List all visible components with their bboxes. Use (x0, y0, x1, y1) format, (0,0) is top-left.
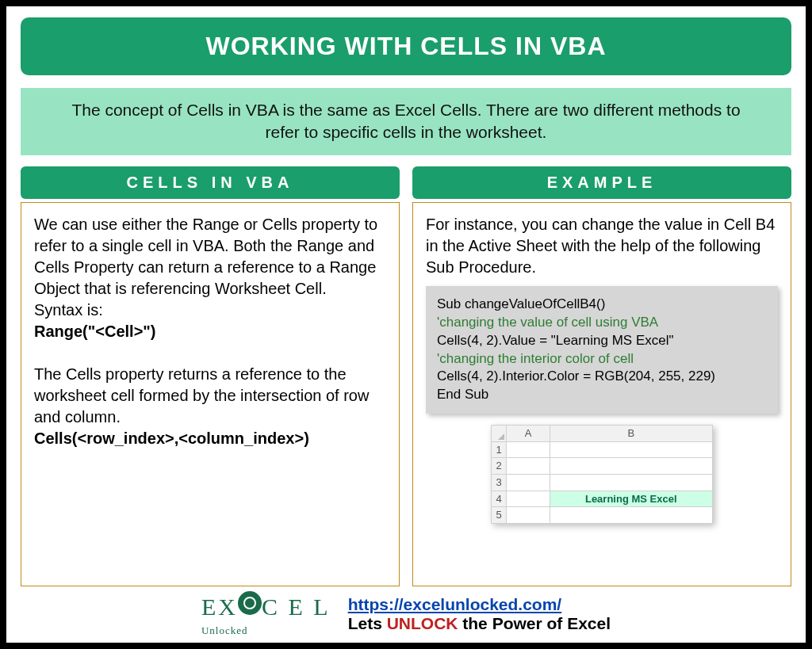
col-header-a: A (507, 426, 550, 442)
cell-a2 (507, 458, 550, 475)
cell-a5 (507, 507, 550, 524)
left-para2: The Cells property returns a reference t… (34, 364, 386, 428)
footer: EXC E L Unlocked https://excelunlocked.c… (21, 591, 791, 638)
cell-b2 (550, 458, 712, 475)
cell-b3 (550, 474, 712, 491)
footer-text: https://excelunlocked.com/ Lets UNLOCK t… (348, 595, 611, 633)
row-header: 3 (492, 474, 507, 491)
page-title: WORKING WITH CELLS IN VBA (21, 17, 791, 75)
left-column: CELLS IN VBA We can use either the Range… (21, 166, 400, 586)
col-header-b: B (550, 426, 712, 442)
lock-icon (238, 591, 262, 615)
vba-code-block: Sub changeValueOfCellB4() 'changing the … (426, 286, 778, 414)
row-header: 1 (492, 441, 507, 458)
website-link[interactable]: https://excelunlocked.com/ (348, 595, 562, 613)
right-column: EXAMPLE For instance, you can change the… (412, 166, 791, 586)
left-para1: We can use either the Range or Cells pro… (34, 214, 386, 300)
excel-mini-preview: A B 1 2 3 4Learning MS Excel 5 (491, 425, 713, 523)
brand-logo: EXC E L Unlocked (201, 591, 331, 638)
code-line-5: Cells(4, 2).Interior.Color = RGB(204, 25… (437, 368, 767, 386)
cell-b5 (550, 507, 712, 524)
cells-syntax: Cells(<row_index>,<column_index>) (34, 428, 386, 449)
code-line-3: Cells(4, 2).Value = "Learning MS Excel" (437, 332, 767, 350)
intro-text: The concept of Cells in VBA is the same … (21, 88, 791, 155)
range-syntax: Range("<Cell>") (34, 321, 386, 342)
right-para: For instance, you can change the value i… (426, 214, 778, 278)
two-column-layout: CELLS IN VBA We can use either the Range… (21, 166, 791, 586)
left-column-header: CELLS IN VBA (21, 166, 400, 199)
footer-tagline: Lets UNLOCK the Power of Excel (348, 614, 611, 632)
left-column-body: We can use either the Range or Cells pro… (21, 202, 400, 586)
row-header: 2 (492, 458, 507, 475)
code-line-1: Sub changeValueOfCellB4() (437, 296, 767, 314)
cell-a3 (507, 474, 550, 491)
cell-b1 (550, 441, 712, 458)
syntax-label: Syntax is: (34, 300, 386, 321)
cell-a1 (507, 441, 550, 458)
code-line-4: 'changing the interior color of cell (437, 350, 767, 368)
code-line-2: 'changing the value of cell using VBA (437, 314, 767, 332)
right-column-header: EXAMPLE (412, 166, 791, 199)
logo-subtext: Unlocked (201, 624, 248, 636)
row-header: 5 (492, 507, 507, 524)
row-header: 4 (492, 491, 507, 507)
cell-a4 (507, 491, 550, 507)
right-column-body: For instance, you can change the value i… (412, 202, 791, 586)
code-line-6: End Sub (437, 386, 767, 404)
sheet-corner (492, 426, 507, 442)
document-frame: WORKING WITH CELLS IN VBA The concept of… (0, 0, 812, 649)
cell-b4: Learning MS Excel (550, 491, 712, 507)
